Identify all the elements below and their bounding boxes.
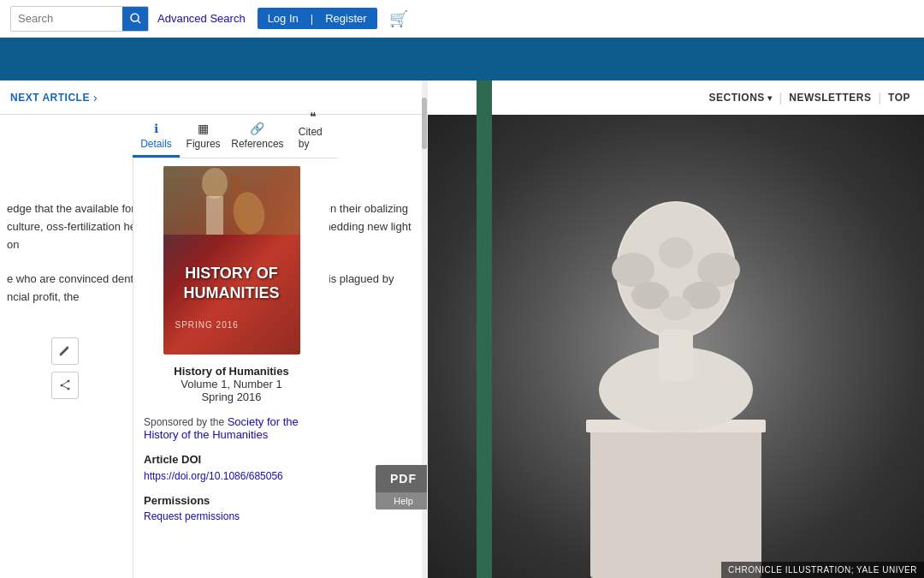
tab-figures[interactable]: ▦ Figures	[180, 116, 227, 158]
top-nav[interactable]: TOP	[888, 92, 910, 104]
bust-background	[428, 115, 924, 578]
tool-icons	[51, 337, 79, 399]
sponsored-prefix: Sponsored by the	[144, 416, 224, 428]
advanced-search-link[interactable]: Advanced Search	[157, 12, 246, 25]
bust-image-container: CHRONICLE ILLUSTRATION; YALE UNIVER	[428, 115, 924, 578]
cover-title-line1: HISTORY OF	[175, 264, 288, 283]
cited-by-tab-label: Cited by	[299, 126, 328, 150]
next-article-label[interactable]: NEXT ARTICLE	[10, 92, 90, 104]
svg-point-18	[697, 253, 740, 287]
tab-details[interactable]: ℹ Details	[133, 116, 180, 158]
sections-nav[interactable]: SECTIONS	[708, 92, 772, 104]
journal-metadata: History of Humanities Volume 1, Number 1…	[144, 365, 319, 403]
svg-point-17	[659, 237, 693, 268]
journal-cover: HISTORY OF HUMANITIES SPRING 2016	[163, 166, 300, 355]
doi-link[interactable]: https://doi.org/10.1086/685056	[144, 470, 283, 482]
green-strip	[477, 80, 492, 578]
pdf-button-container: PDF Help	[376, 465, 428, 509]
search-input[interactable]	[11, 12, 122, 25]
svg-rect-9	[206, 196, 223, 235]
scrollbar-thumb[interactable]	[422, 98, 427, 149]
left-panel: NEXT ARTICLE › edge that the available f…	[0, 80, 428, 578]
cited-by-tab-icon: ❝	[310, 110, 317, 123]
svg-point-0	[131, 14, 139, 21]
svg-point-8	[202, 168, 228, 199]
login-button[interactable]: Log In	[258, 8, 309, 29]
svg-rect-12	[590, 424, 761, 578]
references-tab-icon: 🔗	[250, 122, 264, 135]
cart-icon[interactable]: 🛒	[389, 9, 408, 28]
journal-meta-season: Spring 2016	[144, 390, 319, 403]
image-caption: CHRONICLE ILLUSTRATION; YALE UNIVER	[721, 562, 924, 578]
figures-tab-icon: ▦	[198, 122, 209, 135]
nav-divider-2: |	[878, 91, 881, 104]
page-header: Advanced Search Log In | Register 🛒	[0, 0, 924, 38]
sponsored-section: Sponsored by the Society for the History…	[144, 415, 319, 441]
next-article-arrow: ›	[93, 91, 98, 104]
journal-meta-volume: Volume 1, Number 1	[144, 378, 319, 390]
details-tab-icon: ℹ	[154, 122, 158, 135]
references-tab-label: References	[231, 138, 283, 150]
share-icon	[59, 379, 71, 391]
svg-rect-23	[659, 330, 693, 381]
cover-season: SPRING 2016	[175, 320, 288, 330]
tabs-row: ℹ Details ▦ Figures 🔗 References ❝ Cited…	[133, 115, 338, 158]
blue-banner	[0, 38, 924, 80]
next-article-bar: NEXT ARTICLE ›	[0, 80, 427, 115]
pdf-button[interactable]: PDF Help	[376, 465, 428, 509]
bust-sculpture	[539, 115, 813, 578]
pdf-label: PDF	[376, 465, 428, 492]
chronicle-header: SECTIONS | NEWSLETTERS | TOP	[428, 80, 924, 115]
svg-point-16	[612, 253, 654, 287]
details-tab-label: Details	[140, 138, 172, 150]
svg-line-6	[62, 385, 68, 389]
svg-line-1	[138, 21, 140, 23]
auth-buttons: Log In | Register	[258, 8, 377, 29]
tab-references[interactable]: 🔗 References	[227, 116, 288, 158]
cover-title-line2: HUMANITIES	[175, 283, 288, 303]
permissions-link[interactable]: Request permissions	[144, 510, 319, 522]
tab-cited-by[interactable]: ❝ Cited by	[288, 104, 338, 158]
pdf-help: Help	[376, 492, 428, 509]
wrench-icon	[59, 345, 71, 357]
main-content: NEXT ARTICLE › edge that the available f…	[0, 80, 924, 578]
permissions-heading: Permissions	[144, 494, 319, 507]
search-button[interactable]	[122, 6, 148, 32]
svg-line-5	[62, 381, 68, 385]
cover-figure-art	[163, 166, 300, 235]
right-panel: SECTIONS | NEWSLETTERS | TOP	[428, 80, 924, 578]
share-tool-button[interactable]	[51, 372, 79, 399]
figures-tab-label: Figures	[187, 138, 221, 150]
auth-divider: |	[309, 8, 315, 29]
search-icon	[130, 13, 141, 24]
svg-point-21	[660, 296, 691, 320]
register-button[interactable]: Register	[315, 8, 376, 29]
journal-meta-title: History of Humanities	[144, 365, 319, 378]
doi-heading: Article DOI	[144, 453, 319, 466]
newsletters-nav[interactable]: NEWSLETTERS	[789, 92, 871, 104]
nav-divider-1: |	[779, 91, 783, 104]
cover-title-block: HISTORY OF HUMANITIES SPRING 2016	[175, 264, 288, 331]
detail-panel: HISTORY OF HUMANITIES SPRING 2016 Histor…	[133, 158, 329, 578]
search-bar	[10, 6, 149, 32]
tabs-panel: ℹ Details ▦ Figures 🔗 References ❝ Cited…	[133, 115, 338, 158]
settings-tool-button[interactable]	[51, 337, 79, 365]
